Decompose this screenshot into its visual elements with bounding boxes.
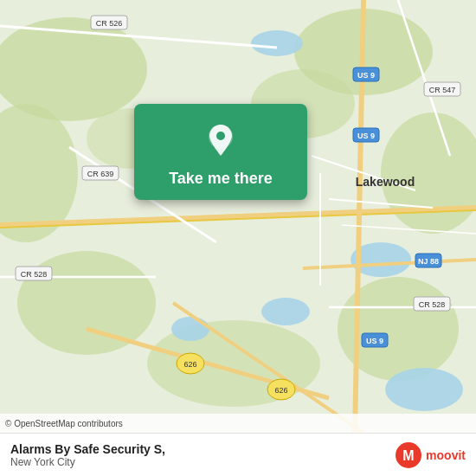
svg-point-13: [171, 317, 209, 341]
svg-text:CR 528: CR 528: [21, 270, 48, 279]
svg-text:626: 626: [274, 386, 287, 395]
svg-text:626: 626: [183, 360, 196, 369]
bottom-subtitle: New York City: [10, 456, 165, 468]
svg-text:US 9: US 9: [357, 71, 375, 80]
map-container: CR 526 US 9 US 9 US 9 CR 547 CR 639 CR 5…: [0, 0, 476, 433]
bottom-bar: Alarms By Safe Security S, New York City…: [0, 433, 476, 476]
moovit-text: moovit: [426, 448, 466, 462]
svg-text:NJ 88: NJ 88: [418, 257, 439, 266]
svg-text:CR 528: CR 528: [419, 300, 446, 309]
take-me-there-button[interactable]: Take me there: [134, 104, 307, 200]
svg-text:US 9: US 9: [366, 337, 383, 345]
take-me-there-label: Take me there: [169, 170, 273, 188]
svg-text:Lakewood: Lakewood: [356, 175, 415, 189]
svg-text:M: M: [402, 448, 414, 463]
svg-point-14: [385, 368, 463, 411]
bottom-info: Alarms By Safe Security S, New York City: [10, 442, 165, 468]
svg-text:US 9: US 9: [357, 132, 375, 140]
svg-text:CR 526: CR 526: [96, 19, 123, 28]
map-background: CR 526 US 9 US 9 US 9 CR 547 CR 639 CR 5…: [0, 0, 476, 433]
location-pin-icon: [200, 119, 241, 161]
bottom-title: Alarms By Safe Security S,: [10, 442, 165, 456]
svg-point-54: [216, 132, 225, 140]
svg-point-10: [251, 30, 303, 56]
moovit-logo[interactable]: M moovit: [395, 441, 466, 469]
svg-text:CR 639: CR 639: [87, 170, 114, 178]
copyright-text: © OpenStreetMap contributors: [5, 419, 123, 428]
svg-point-12: [261, 298, 310, 325]
copyright-bar: © OpenStreetMap contributors: [0, 414, 476, 433]
svg-text:CR 547: CR 547: [429, 86, 456, 94]
moovit-icon: M: [395, 441, 422, 469]
